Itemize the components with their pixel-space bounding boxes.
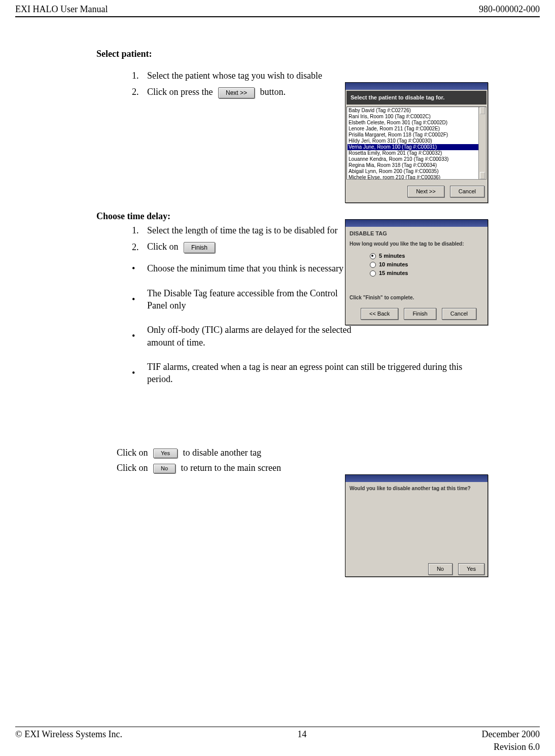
list-item[interactable]: Prisilla Margaret, Room 118 (Tag #:C0002… — [348, 132, 485, 138]
s3-line-2: Click on No to return to the main screen — [117, 462, 479, 474]
header-right: 980-000002-000 — [479, 3, 540, 15]
next-button-inline[interactable]: Next >> — [218, 87, 255, 98]
s2-bullet-4: TIF alarms, created when a tag is near a… — [147, 361, 479, 386]
s3-line2-pre: Click on — [117, 463, 148, 473]
dialog-titlebar[interactable] — [345, 220, 488, 227]
list-item[interactable]: Baby David (Tag #:C02726) — [348, 108, 485, 114]
another-tag-prompt: Would you like to disable another tag at… — [350, 485, 483, 492]
s1-num-2: 2. — [132, 86, 147, 98]
list-item[interactable]: Rani Iris, Room 100 (Tag #:C0002C) — [348, 114, 485, 120]
footer-center: 14 — [297, 728, 306, 740]
radio-5-minutes[interactable]: 5 minutes — [370, 252, 483, 260]
dialog-titlebar[interactable] — [345, 83, 488, 90]
bullet-icon: • — [132, 293, 147, 305]
list-item[interactable]: Regina Mia, Room 318 (Tag #:C00034) — [348, 162, 485, 168]
s1-text-2-post: button. — [260, 87, 286, 97]
yes-button[interactable]: Yes — [458, 563, 484, 575]
s1-text-2-pre: Click on press the — [147, 87, 213, 97]
s1-num-1: 1. — [132, 70, 147, 82]
s2-bullet-3: Only off-body (TIC) alarms are delayed f… — [147, 324, 360, 349]
radio-label: 15 minutes — [379, 270, 408, 276]
next-button[interactable]: Next >> — [407, 186, 444, 197]
radio-15-minutes[interactable]: 15 minutes — [370, 269, 483, 277]
list-item[interactable]: Rosetta Emily, Room 201 (Tag #:C00032) — [348, 150, 485, 156]
footer-left: © EXI Wireless Systems Inc. — [15, 728, 122, 740]
s2-num-1: 1. — [132, 224, 147, 236]
patient-listbox[interactable]: Baby David (Tag #:C02726) Rani Iris, Roo… — [346, 107, 487, 180]
no-button-inline[interactable]: No — [153, 464, 176, 473]
cancel-button[interactable]: Cancel — [442, 308, 476, 320]
disable-tag-dialog: DISABLE TAG How long would you like the … — [345, 219, 488, 325]
select-patient-prompt: Select the patient to disable tag for. — [346, 91, 487, 105]
finish-button-inline[interactable]: Finish — [184, 242, 215, 253]
disable-tag-note: Click "Finish" to complete. — [350, 294, 483, 301]
radio-10-minutes[interactable]: 10 minutes — [370, 261, 483, 268]
header-left: EXI HALO User Manual — [15, 3, 108, 15]
s2-bullet-1: Choose the minimum time that you think i… — [147, 262, 360, 274]
list-item[interactable]: Lenore Jade, Room 211 (Tag #:C0002E) — [348, 126, 485, 132]
list-item[interactable]: Louanne Kendra, Room 210 (Tag #:C00033) — [348, 156, 485, 162]
list-item-selected[interactable]: Verna June, Room 100 (Tag #:C00031) — [348, 144, 485, 150]
radio-icon — [370, 270, 376, 277]
yes-button-inline[interactable]: Yes — [153, 449, 178, 458]
s3-line1-post: to disable another tag — [183, 448, 261, 458]
disable-tag-header: DISABLE TAG — [350, 230, 483, 237]
bullet-icon: • — [132, 330, 147, 342]
s2-text-2-pre: Click on — [147, 242, 179, 252]
bullet-icon: • — [132, 262, 147, 274]
scrollbar[interactable] — [478, 107, 486, 179]
radio-label: 10 minutes — [379, 261, 408, 267]
no-button[interactable]: No — [428, 563, 453, 575]
s3-line2-post: to return to the main screen — [181, 463, 281, 473]
dialog-titlebar[interactable] — [345, 475, 488, 482]
list-item[interactable]: Hildy Jeri, Room 310 (Tag #:C00030) — [348, 138, 485, 144]
radio-icon — [370, 253, 376, 259]
section-1-title: Select patient: — [96, 48, 479, 60]
footer-right: December 2000 — [482, 728, 540, 740]
s2-num-2: 2. — [132, 241, 147, 253]
list-item[interactable]: Elsbeth Celeste, Room 301 (Tag #:C0002D) — [348, 120, 485, 126]
finish-button[interactable]: Finish — [404, 308, 436, 320]
s2-bullet-2: The Disable Tag feature accessible from … — [147, 287, 360, 312]
disable-tag-prompt: How long would you like the tag to be di… — [350, 240, 483, 248]
s3-line1-pre: Click on — [117, 448, 148, 458]
bullet-icon: • — [132, 367, 147, 379]
radio-label: 5 minutes — [379, 253, 405, 259]
radio-icon — [370, 262, 376, 268]
s3-line-1: Click on Yes to disable another tag — [117, 446, 479, 459]
list-item[interactable]: Michele Elyse, room 210 (Tag #:C00036) — [348, 175, 485, 180]
another-tag-dialog: Would you like to disable another tag at… — [345, 474, 488, 577]
back-button[interactable]: << Back — [361, 308, 398, 320]
s1-text-1: Select the patient whose tag you wish to… — [147, 70, 479, 82]
footer-revision: Revision 6.0 — [15, 741, 540, 753]
list-item[interactable]: Abigail Lynn, Room 200 (Tag #:C00035) — [348, 168, 485, 175]
cancel-button[interactable]: Cancel — [450, 186, 484, 197]
select-patient-dialog: Select the patient to disable tag for. B… — [345, 82, 488, 203]
